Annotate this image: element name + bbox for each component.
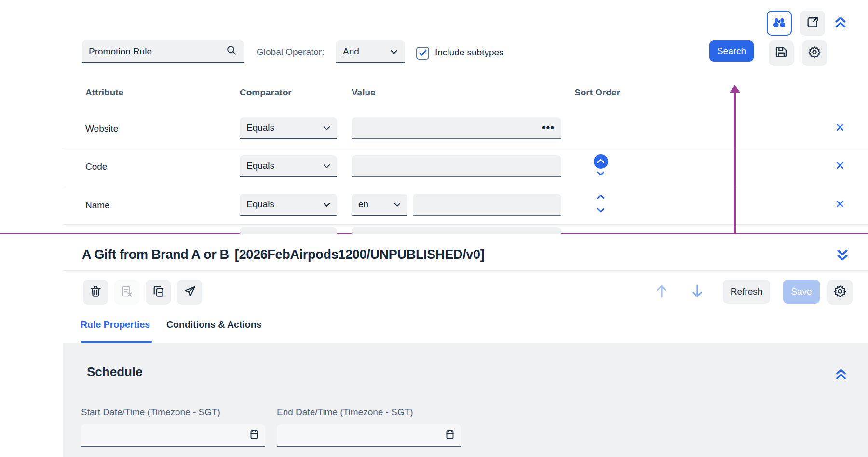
close-x-icon [835,122,845,134]
double-chevron-down-icon [835,255,850,264]
column-header-attribute: Attribute [85,87,123,98]
type-search-value: Promotion Rule [89,46,152,57]
type-search-field[interactable]: Promotion Rule [82,40,244,63]
expand-editor-button[interactable] [835,248,850,264]
row-divider [63,148,868,148]
global-operator-value: And [343,46,359,57]
sort-descending-button[interactable] [597,206,605,215]
editor-title: A Gift from Brand A or B [2026FebAirpods… [82,247,484,262]
binoculars-icon [772,15,787,31]
comparator-select-code[interactable]: Equals [240,155,337,177]
gear-icon [808,45,821,61]
title-divider [63,270,868,271]
collapse-schedule-button[interactable] [834,367,848,383]
global-operator-label: Global Operator: [257,47,324,57]
sort-ascending-active-button[interactable] [594,154,608,169]
comparator-value: Equals [246,122,274,133]
column-header-sort-order: Sort Order [574,87,620,98]
comparator-value: Equals [246,161,274,171]
collapse-search-panel-button[interactable] [833,15,848,31]
rule-code-badge: [2026FebAirpods1200/UNPUBLISHED/v0] [235,247,485,262]
chevron-down-icon [597,170,605,178]
clipped-value-field[interactable] [352,227,561,234]
row-attribute-label: Code [85,161,107,172]
calendar-icon[interactable] [445,429,455,442]
remove-row-button[interactable] [834,122,846,134]
next-item-button[interactable] [690,282,705,302]
document-remove-icon [121,285,134,300]
gear-icon [833,284,847,300]
language-select[interactable]: en [352,194,407,216]
chevron-down-icon [323,122,330,133]
row-attribute-label: Website [85,123,118,134]
search-settings-button[interactable] [802,40,827,66]
copy-button[interactable] [146,280,171,305]
chevron-down-icon [323,161,330,171]
reference-picker-ellipsis[interactable]: ••• [542,125,555,130]
global-operator-select[interactable]: And [336,40,405,63]
delete-button[interactable] [83,280,108,305]
value-field-website[interactable]: ••• [352,117,561,139]
save-button: Save [783,280,820,304]
checkmark-icon [419,49,427,58]
trash-icon [89,285,102,300]
start-date-input[interactable] [81,424,265,447]
active-tab-underline [81,341,152,343]
chevron-down-icon [394,199,401,210]
search-button[interactable]: Search [709,40,754,62]
language-value: en [358,199,368,210]
sort-descending-button[interactable] [597,170,605,178]
double-chevron-up-icon [834,374,848,382]
rule-name-title: A Gift from Brand A or B [82,247,229,262]
column-header-value: Value [352,87,376,98]
calendar-icon[interactable] [249,429,259,442]
comparator-select-name[interactable]: Equals [240,194,337,216]
column-header-comparator: Comparator [240,87,292,98]
app-window: Promotion Rule Global Operator: And Incl… [0,0,868,457]
row-attribute-label: Name [85,200,110,211]
open-in-new-window-button[interactable] [800,11,825,36]
save-search-button[interactable] [769,40,794,66]
chevron-down-icon [323,199,330,210]
tab-rule-properties[interactable]: Rule Properties [81,319,150,330]
chevron-up-icon [597,157,605,166]
annotation-arrow-line [734,92,736,234]
tab-conditions-actions[interactable]: Conditions & Actions [166,319,262,330]
chevron-down-icon [597,206,605,215]
include-subtypes-label: Include subtypes [435,47,504,58]
close-x-icon [835,199,845,211]
schedule-heading: Schedule [87,364,143,379]
previous-item-button[interactable] [654,282,669,302]
value-field-code[interactable] [352,155,561,177]
remove-row-button[interactable] [834,199,846,211]
start-date-label: Start Date/Time (Timezone - SGT) [81,407,220,417]
search-icon[interactable] [226,44,237,58]
publish-button[interactable] [177,280,202,305]
end-date-label: End Date/Time (Timezone - SGT) [277,407,413,417]
row-divider [63,186,868,186]
share-export-icon [806,15,819,31]
copy-icon [152,285,165,300]
floppy-save-icon [774,45,788,61]
refresh-button[interactable]: Refresh [723,280,770,304]
end-date-input[interactable] [277,424,461,447]
include-subtypes-checkbox[interactable] [416,47,429,60]
chevron-up-icon [597,193,605,201]
chevron-down-icon [390,46,398,57]
clipped-comparator-select[interactable] [240,227,337,234]
editor-settings-button[interactable] [827,280,853,305]
advanced-search-mode-button[interactable] [767,11,792,36]
row-divider [63,224,868,225]
comparator-value: Equals [246,199,274,210]
sort-ascending-button[interactable] [597,193,605,202]
arrow-up-icon [654,293,669,301]
arrow-down-icon [690,293,705,301]
double-chevron-up-icon [833,23,848,31]
close-x-icon [835,160,845,173]
remove-row-button[interactable] [834,161,846,172]
comparator-select-website[interactable]: Equals [240,117,337,139]
annotation-arrow-head [730,85,740,93]
value-field-name[interactable] [413,194,561,216]
discard-changes-button [114,280,139,305]
send-paper-plane-icon [183,285,196,300]
